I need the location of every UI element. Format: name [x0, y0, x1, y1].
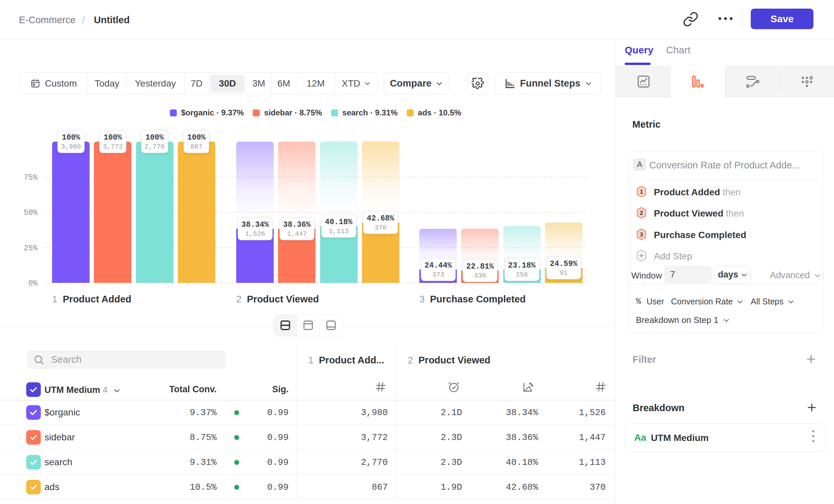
- svg-text:1: 1: [640, 188, 643, 195]
- svg-text:3: 3: [640, 231, 643, 238]
- svg-text:2: 2: [640, 210, 643, 216]
